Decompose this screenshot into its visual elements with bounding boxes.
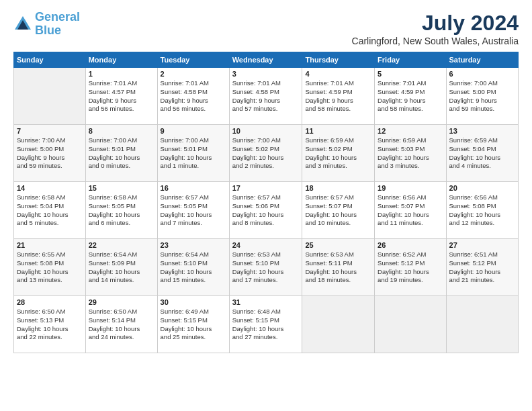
- calendar-week-row: 28Sunrise: 6:50 AMSunset: 5:13 PMDayligh…: [14, 296, 519, 353]
- day-info: Sunrise: 6:59 AMSunset: 5:02 PMDaylight:…: [305, 136, 371, 171]
- day-info: Sunrise: 6:53 AMSunset: 5:11 PMDaylight:…: [305, 250, 371, 285]
- day-number: 6: [449, 70, 515, 78]
- day-info: Sunrise: 6:57 AMSunset: 5:07 PMDaylight:…: [305, 193, 371, 228]
- calendar-cell: 22Sunrise: 6:54 AMSunset: 5:09 PMDayligh…: [85, 239, 157, 296]
- day-number: 2: [161, 70, 226, 78]
- day-info: Sunrise: 6:50 AMSunset: 5:13 PMDaylight:…: [17, 308, 83, 342]
- calendar-cell: 18Sunrise: 6:57 AMSunset: 5:07 PMDayligh…: [302, 182, 375, 239]
- day-number: 3: [232, 70, 300, 78]
- calendar-cell: 26Sunrise: 6:52 AMSunset: 5:12 PMDayligh…: [375, 239, 446, 296]
- day-of-week-header: Wednesday: [229, 52, 302, 68]
- day-info: Sunrise: 6:59 AMSunset: 5:03 PMDaylight:…: [378, 136, 443, 171]
- day-info: Sunrise: 7:01 AMSunset: 4:59 PMDaylight:…: [305, 79, 371, 113]
- day-info: Sunrise: 6:57 AMSunset: 5:06 PMDaylight:…: [232, 193, 300, 228]
- day-of-week-header: Monday: [85, 52, 157, 68]
- day-info: Sunrise: 6:57 AMSunset: 5:05 PMDaylight:…: [161, 193, 226, 228]
- day-number: 7: [17, 127, 83, 135]
- day-info: Sunrise: 7:00 AMSunset: 5:00 PMDaylight:…: [449, 79, 515, 113]
- day-info: Sunrise: 6:52 AMSunset: 5:12 PMDaylight:…: [378, 250, 443, 285]
- logo-icon: [13, 15, 32, 34]
- calendar-cell: 19Sunrise: 6:56 AMSunset: 5:07 PMDayligh…: [375, 182, 446, 239]
- calendar-cell: 17Sunrise: 6:57 AMSunset: 5:06 PMDayligh…: [229, 182, 302, 239]
- day-info: Sunrise: 6:49 AMSunset: 5:15 PMDaylight:…: [161, 308, 226, 342]
- day-number: 17: [232, 184, 300, 192]
- day-number: 28: [17, 298, 83, 306]
- calendar-cell: 21Sunrise: 6:55 AMSunset: 5:08 PMDayligh…: [14, 239, 86, 296]
- day-number: 8: [89, 127, 154, 135]
- calendar-cell: 16Sunrise: 6:57 AMSunset: 5:05 PMDayligh…: [157, 182, 229, 239]
- day-info: Sunrise: 6:48 AMSunset: 5:15 PMDaylight:…: [232, 308, 300, 342]
- calendar-cell: 29Sunrise: 6:50 AMSunset: 5:14 PMDayligh…: [85, 296, 157, 353]
- day-number: 24: [232, 241, 300, 249]
- calendar-cell: 24Sunrise: 6:53 AMSunset: 5:10 PMDayligh…: [229, 239, 302, 296]
- day-number: 10: [232, 127, 300, 135]
- calendar-cell: 7Sunrise: 7:00 AMSunset: 5:00 PMDaylight…: [14, 125, 86, 182]
- day-info: Sunrise: 7:01 AMSunset: 4:59 PMDaylight:…: [378, 79, 443, 113]
- calendar-cell: 31Sunrise: 6:48 AMSunset: 5:15 PMDayligh…: [229, 296, 302, 353]
- page: General Blue July 2024 Carlingford, New …: [0, 0, 532, 411]
- calendar-cell: 30Sunrise: 6:49 AMSunset: 5:15 PMDayligh…: [157, 296, 229, 353]
- day-number: 14: [17, 184, 83, 192]
- calendar-cell: 5Sunrise: 7:01 AMSunset: 4:59 PMDaylight…: [375, 68, 446, 125]
- calendar-cell: 2Sunrise: 7:01 AMSunset: 4:58 PMDaylight…: [157, 68, 229, 125]
- month-year: July 2024: [352, 11, 519, 36]
- day-number: 1: [89, 70, 154, 78]
- day-number: 11: [305, 127, 371, 135]
- day-number: 22: [89, 241, 154, 249]
- day-of-week-header: Friday: [375, 52, 446, 68]
- day-info: Sunrise: 6:55 AMSunset: 5:08 PMDaylight:…: [17, 250, 83, 285]
- calendar-cell: 13Sunrise: 6:59 AMSunset: 5:04 PMDayligh…: [446, 125, 518, 182]
- calendar-cell: 12Sunrise: 6:59 AMSunset: 5:03 PMDayligh…: [375, 125, 446, 182]
- day-number: 27: [449, 241, 515, 249]
- day-number: 25: [305, 241, 371, 249]
- day-info: Sunrise: 6:59 AMSunset: 5:04 PMDaylight:…: [449, 136, 515, 171]
- calendar-week-row: 21Sunrise: 6:55 AMSunset: 5:08 PMDayligh…: [14, 239, 519, 296]
- calendar-cell: 8Sunrise: 7:00 AMSunset: 5:01 PMDaylight…: [85, 125, 157, 182]
- calendar-week-row: 7Sunrise: 7:00 AMSunset: 5:00 PMDaylight…: [14, 125, 519, 182]
- day-of-week-header: Thursday: [302, 52, 375, 68]
- logo-text: General Blue: [35, 11, 80, 38]
- day-info: Sunrise: 6:53 AMSunset: 5:10 PMDaylight:…: [232, 250, 300, 285]
- day-info: Sunrise: 7:00 AMSunset: 5:01 PMDaylight:…: [161, 136, 226, 171]
- day-number: 13: [449, 127, 515, 135]
- calendar-cell: 20Sunrise: 6:56 AMSunset: 5:08 PMDayligh…: [446, 182, 518, 239]
- day-number: 21: [17, 241, 83, 249]
- day-number: 16: [161, 184, 226, 192]
- day-info: Sunrise: 6:58 AMSunset: 5:05 PMDaylight:…: [89, 193, 154, 228]
- calendar-cell: 23Sunrise: 6:54 AMSunset: 5:10 PMDayligh…: [157, 239, 229, 296]
- calendar-cell: 11Sunrise: 6:59 AMSunset: 5:02 PMDayligh…: [302, 125, 375, 182]
- day-info: Sunrise: 6:54 AMSunset: 5:10 PMDaylight:…: [161, 250, 226, 285]
- day-info: Sunrise: 6:56 AMSunset: 5:08 PMDaylight:…: [449, 193, 515, 228]
- day-number: 26: [378, 241, 443, 249]
- logo: General Blue: [13, 11, 80, 38]
- day-number: 23: [161, 241, 226, 249]
- day-number: 20: [449, 184, 515, 192]
- day-info: Sunrise: 7:00 AMSunset: 5:00 PMDaylight:…: [17, 136, 83, 171]
- calendar-cell: 14Sunrise: 6:58 AMSunset: 5:04 PMDayligh…: [14, 182, 86, 239]
- day-number: 29: [89, 298, 154, 306]
- day-info: Sunrise: 6:58 AMSunset: 5:04 PMDaylight:…: [17, 193, 83, 228]
- calendar-cell: 9Sunrise: 7:00 AMSunset: 5:01 PMDaylight…: [157, 125, 229, 182]
- day-info: Sunrise: 6:50 AMSunset: 5:14 PMDaylight:…: [89, 308, 154, 342]
- title-block: July 2024 Carlingford, New South Wales, …: [352, 11, 519, 46]
- day-number: 30: [161, 298, 226, 306]
- day-number: 12: [378, 127, 443, 135]
- day-info: Sunrise: 7:00 AMSunset: 5:01 PMDaylight:…: [89, 136, 154, 171]
- day-info: Sunrise: 7:01 AMSunset: 4:58 PMDaylight:…: [232, 79, 300, 113]
- day-number: 9: [161, 127, 226, 135]
- calendar-week-row: 1Sunrise: 7:01 AMSunset: 4:57 PMDaylight…: [14, 68, 519, 125]
- calendar-cell: 28Sunrise: 6:50 AMSunset: 5:13 PMDayligh…: [14, 296, 86, 353]
- day-info: Sunrise: 7:00 AMSunset: 5:02 PMDaylight:…: [232, 136, 300, 171]
- calendar-week-row: 14Sunrise: 6:58 AMSunset: 5:04 PMDayligh…: [14, 182, 519, 239]
- day-number: 18: [305, 184, 371, 192]
- calendar-cell: 10Sunrise: 7:00 AMSunset: 5:02 PMDayligh…: [229, 125, 302, 182]
- day-number: 31: [232, 298, 300, 306]
- location: Carlingford, New South Wales, Australia: [352, 36, 519, 46]
- day-number: 15: [89, 184, 154, 192]
- day-info: Sunrise: 6:54 AMSunset: 5:09 PMDaylight:…: [89, 250, 154, 285]
- day-of-week-header: Saturday: [446, 52, 518, 68]
- calendar-cell: 15Sunrise: 6:58 AMSunset: 5:05 PMDayligh…: [85, 182, 157, 239]
- day-info: Sunrise: 6:56 AMSunset: 5:07 PMDaylight:…: [378, 193, 443, 228]
- day-of-week-header: Sunday: [14, 52, 86, 68]
- day-info: Sunrise: 6:51 AMSunset: 5:12 PMDaylight:…: [449, 250, 515, 285]
